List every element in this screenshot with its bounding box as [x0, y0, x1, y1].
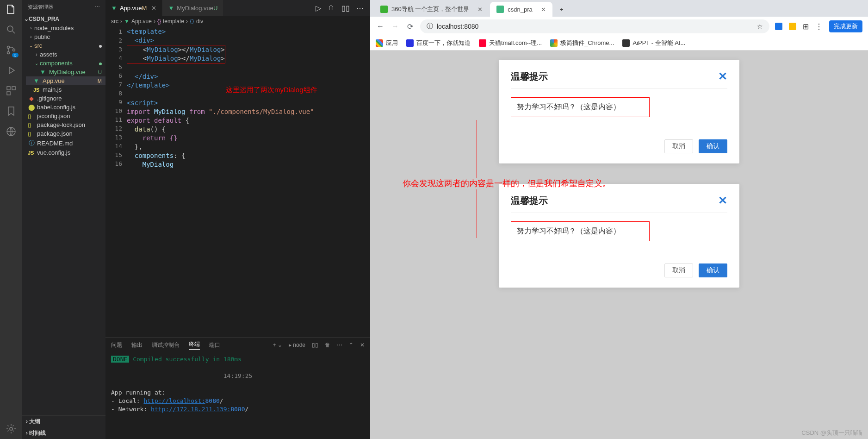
timeline-panel[interactable]: › 时间线	[22, 427, 105, 439]
file-babel[interactable]: ⬤babel.config.js	[26, 103, 105, 112]
bookmark-tmall[interactable]: 天猫tmall.com--理...	[479, 39, 542, 47]
files-icon[interactable]	[6, 4, 17, 15]
update-button[interactable]: 完成更新	[829, 20, 862, 32]
browser-menu-icon[interactable]: ⋮	[815, 22, 823, 31]
dialog-title: 温馨提示	[511, 194, 548, 207]
vscode-main: 3 资源管理器 ⋯ ⌄ CSDN_PRA ›node_modules ›publ…	[0, 0, 370, 439]
dialog-header: 温馨提示 ✕	[511, 70, 727, 89]
dialog-footer: 取消 确认	[511, 263, 727, 277]
file-packagelock[interactable]: {}package-lock.json	[26, 120, 105, 129]
tab-ports[interactable]: 端口	[209, 341, 220, 349]
debug-icon[interactable]	[6, 65, 17, 76]
bookmarks-bar: 应用 百度一下，你就知道 天猫tmall.com--理... 极简插件_Chro…	[370, 36, 868, 50]
file-mainjs[interactable]: JSmain.js	[26, 85, 105, 94]
ext-icon-blue[interactable]	[775, 23, 782, 30]
bookmark-chrome[interactable]: 极简插件_Chrome...	[550, 39, 614, 47]
activity-bar: 3	[0, 0, 22, 439]
browser-chrome: 360导航 一个主页，整个世界✕ csdn_pra✕ + ← → ⟳ ⓘ loc…	[370, 0, 868, 50]
close-terminal-icon[interactable]: ✕	[360, 342, 365, 348]
more-icon[interactable]: ⋯	[356, 4, 364, 13]
chevron-down-icon: ⌄	[24, 16, 29, 22]
file-readme[interactable]: ⓘREADME.md	[26, 138, 105, 148]
url-bar[interactable]: ⓘ localhost:8080 ☆	[420, 19, 769, 33]
cancel-button[interactable]: 取消	[664, 263, 693, 277]
source-control-icon[interactable]: 3	[6, 44, 17, 56]
split-terminal-icon[interactable]: ▯▯	[312, 342, 318, 348]
file-gitignore[interactable]: ◆.gitignore	[26, 94, 105, 103]
minimap[interactable]	[342, 26, 370, 337]
tab-output[interactable]: 输出	[131, 341, 143, 349]
info-icon[interactable]: ⓘ	[427, 22, 433, 31]
tab-mydialog[interactable]: ▼MyDialog.vue U	[162, 0, 223, 16]
maximize-icon[interactable]: ⌃	[349, 342, 353, 348]
terminal-more-icon[interactable]: ⋯	[337, 342, 342, 348]
dialog-close-icon[interactable]: ✕	[718, 194, 727, 207]
bookmark-aippt[interactable]: AiPPT - 全智能 AI...	[622, 39, 685, 47]
run-icon[interactable]: ▷	[316, 4, 321, 13]
confirm-button[interactable]: 确认	[699, 263, 727, 277]
ext-icon-yellow[interactable]	[789, 23, 796, 30]
tab-terminal[interactable]: 终端	[189, 340, 200, 350]
terminal-tabs: 问题 输出 调试控制台 终端 端口 + ⌄ ▸ node ▯▯ 🗑 ⋯ ⌃ ✕	[105, 338, 370, 352]
cancel-button[interactable]: 取消	[664, 139, 693, 153]
dialog-title: 温馨提示	[511, 70, 548, 83]
compare-icon[interactable]: ⫙	[328, 4, 335, 13]
code-content[interactable]: <template> <div> <MyDialog></MyDialog> <…	[127, 26, 342, 337]
star-icon[interactable]: ☆	[757, 23, 763, 30]
explorer-sidebar: 资源管理器 ⋯ ⌄ CSDN_PRA ›node_modules ›public…	[22, 0, 105, 439]
dialog-body: 努力学习不好吗？（这是内容）	[511, 97, 650, 117]
svg-rect-5	[12, 87, 15, 90]
folder-node-modules[interactable]: ›node_modules	[26, 24, 105, 32]
bookmark-baidu[interactable]: 百度一下，你就知道	[406, 39, 471, 47]
sidebar-more-icon[interactable]: ⋯	[95, 4, 100, 10]
vscode-pane: 3 资源管理器 ⋯ ⌄ CSDN_PRA ›node_modules ›publ…	[0, 0, 370, 439]
file-mydialog[interactable]: ▼MyDialog.vueU	[26, 68, 105, 76]
outline-panel[interactable]: › 大纲	[22, 416, 105, 427]
search-icon[interactable]	[6, 24, 17, 35]
add-terminal-icon[interactable]: + ⌄	[273, 342, 282, 348]
file-packagejson[interactable]: {}package.json	[26, 129, 105, 138]
confirm-button[interactable]: 确认	[699, 139, 727, 153]
dialog-footer: 取消 确认	[511, 139, 727, 153]
breadcrumb[interactable]: src › ▼App.vue › {} template › ⟨⟩ div	[105, 16, 370, 26]
extensions-icon[interactable]	[6, 85, 17, 96]
tab-debug[interactable]: 调试控制台	[152, 341, 180, 349]
svg-point-0	[7, 26, 13, 31]
bookmark-icon[interactable]	[6, 106, 17, 117]
forward-icon[interactable]: →	[391, 22, 400, 31]
tab-appvue[interactable]: ▼App.vue M✕	[105, 0, 162, 16]
terminal-shell-icon[interactable]: ▸ node	[289, 342, 305, 348]
globe-icon[interactable]	[6, 126, 17, 137]
arrow-down-1	[477, 120, 477, 178]
editor-area: ▼App.vue M✕ ▼MyDialog.vue U ▷ ⫙ ▯▯ ⋯ src…	[105, 0, 370, 439]
browser-tab-csdn[interactable]: csdn_pra✕	[490, 2, 552, 17]
new-tab-button[interactable]: +	[553, 2, 570, 17]
back-icon[interactable]: ←	[376, 22, 385, 31]
dialog-close-icon[interactable]: ✕	[718, 70, 727, 83]
folder-public[interactable]: ›public	[26, 32, 105, 41]
browser-tab-360[interactable]: 360导航 一个主页，整个世界✕	[374, 2, 489, 17]
browser-tabs: 360导航 一个主页，整个世界✕ csdn_pra✕ +	[370, 0, 868, 17]
file-vueconfig[interactable]: JSvue.config.js	[26, 148, 105, 157]
close-icon[interactable]: ✕	[151, 5, 156, 12]
file-appvue[interactable]: ▼App.vueM	[26, 76, 105, 85]
project-header[interactable]: ⌄ CSDN_PRA	[22, 14, 105, 24]
terminal-output[interactable]: DONE Compiled successfully in 180ms 14:1…	[105, 352, 370, 439]
file-jsconfig[interactable]: {}jsconfig.json	[26, 112, 105, 120]
scm-badge: 3	[12, 53, 19, 57]
trash-icon[interactable]: 🗑	[325, 342, 330, 348]
editor-body[interactable]: 12345678910111213141516 <template> <div>…	[105, 26, 370, 337]
folder-assets[interactable]: ›assets	[26, 50, 105, 59]
reload-icon[interactable]: ⟳	[405, 22, 415, 31]
split-icon[interactable]: ▯▯	[341, 4, 350, 13]
puzzle-icon[interactable]: ⊞	[803, 22, 809, 31]
gear-icon[interactable]	[6, 423, 17, 434]
tab-problems[interactable]: 问题	[111, 341, 122, 349]
close-icon[interactable]: ✕	[477, 6, 483, 13]
folder-src[interactable]: ⌄src	[26, 41, 105, 50]
apps-button[interactable]: 应用	[376, 39, 398, 47]
folder-components[interactable]: ⌄components	[26, 59, 105, 68]
url-text: localhost:8080	[437, 23, 478, 30]
svg-point-1	[7, 46, 10, 49]
close-icon[interactable]: ✕	[541, 6, 546, 13]
